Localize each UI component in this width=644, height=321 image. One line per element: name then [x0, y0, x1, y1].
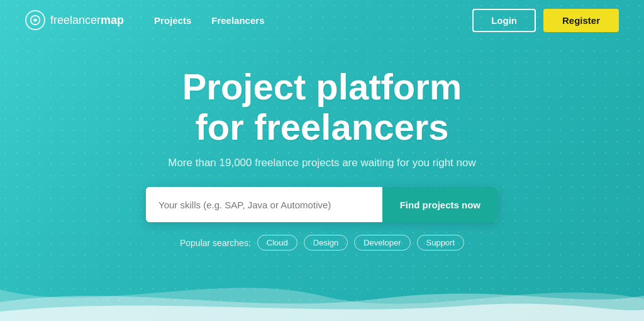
nav-freelancers-link[interactable]: Freelancers	[211, 15, 264, 26]
nav-actions: Login Register	[472, 9, 619, 32]
search-button[interactable]: Find projects now	[382, 187, 498, 222]
tag-support[interactable]: Support	[417, 235, 465, 251]
search-bar: Find projects now	[146, 187, 498, 222]
search-input[interactable]	[146, 187, 382, 222]
nav-links: Projects Freelancers	[154, 15, 472, 26]
register-button[interactable]: Register	[543, 9, 619, 32]
nav-projects-link[interactable]: Projects	[154, 15, 191, 26]
tag-developer[interactable]: Developer	[354, 235, 410, 251]
hero-section: freelancermap Projects Freelancers Login…	[0, 0, 644, 321]
popular-searches: Popular searches: Cloud Design Developer…	[180, 235, 464, 251]
hero-content: Project platform for freelancers More th…	[0, 28, 644, 321]
logo-text: freelancermap	[50, 14, 124, 27]
navbar: freelancermap Projects Freelancers Login…	[0, 0, 644, 40]
logo-icon	[25, 10, 45, 30]
tag-design[interactable]: Design	[304, 235, 348, 251]
hero-subtitle: More than 19,000 freelance projects are …	[168, 157, 476, 169]
tag-cloud[interactable]: Cloud	[257, 235, 297, 251]
logo: freelancermap	[25, 10, 124, 30]
hero-title: Project platform for freelancers	[182, 67, 462, 147]
login-button[interactable]: Login	[472, 9, 536, 32]
popular-searches-label: Popular searches:	[180, 238, 251, 248]
